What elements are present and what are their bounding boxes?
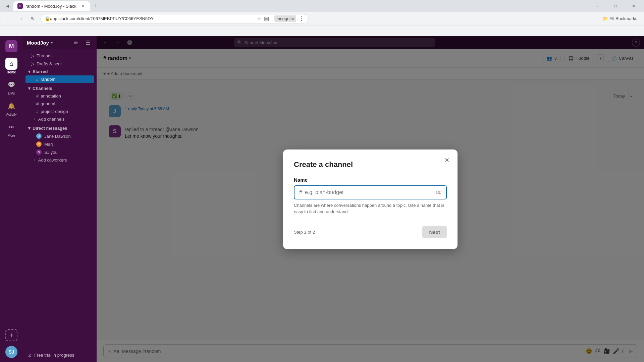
home-label: Home <box>7 70 16 74</box>
sidebar-channel-general[interactable]: # general <box>25 100 94 108</box>
starred-section-header[interactable]: ▾ Starred <box>23 68 97 75</box>
sidebar-item-home[interactable]: ⌂ Home <box>0 56 23 76</box>
more-icon: ••• <box>5 121 17 133</box>
bookmarks-label: All Bookmarks <box>609 16 637 21</box>
dm-section-header[interactable]: ▾ Direct messages <box>23 124 97 132</box>
menu-icon[interactable]: ⋮ <box>299 15 304 22</box>
hash-icon: # <box>36 94 39 99</box>
address-bar[interactable]: 🔒 app.slack.com/client/T067MEBPPUY/C066Y… <box>40 14 309 23</box>
hash-icon-project: # <box>36 109 39 114</box>
compose-button[interactable]: ✏ <box>71 38 80 47</box>
channels-section-header[interactable]: ▾ Channels <box>23 84 97 92</box>
workspace-title: MoodJoy <box>27 40 49 46</box>
back-button[interactable]: ← <box>4 14 13 23</box>
sidebar-channel-project-design[interactable]: # project-design <box>25 108 94 115</box>
sidebar-channel-random[interactable]: # random <box>25 75 94 83</box>
channels-chevron-icon: ▾ <box>28 86 31 91</box>
add-coworkers-item[interactable]: + Add coworkers <box>23 156 97 164</box>
minimize-button[interactable]: ─ <box>590 0 605 12</box>
char-count: 80 <box>436 190 441 195</box>
activity-label: Activity <box>6 113 17 116</box>
tab-close-button[interactable]: ✕ <box>80 3 86 9</box>
forward-button[interactable]: → <box>16 14 25 23</box>
bookmark-star-icon[interactable]: ☆ <box>257 15 261 22</box>
hash-symbol: # <box>299 189 302 195</box>
sj-label: SJ you <box>44 150 58 155</box>
sidebar-dm-marj[interactable]: M Marj <box>25 140 94 148</box>
sidebar-item-drafts[interactable]: ▷ Drafts & sent <box>25 60 94 68</box>
sidebar-dm-jane[interactable]: J Jane Dawson <box>25 132 94 140</box>
channel-name-input[interactable] <box>305 189 434 195</box>
user-avatar[interactable]: SJ <box>5 346 17 358</box>
add-channels-icon: + <box>34 117 36 122</box>
dm-chevron-icon: ▾ <box>28 126 31 131</box>
hash-icon-general: # <box>36 101 39 106</box>
more-label: More <box>8 134 15 137</box>
tab-favicon: S <box>17 3 23 9</box>
activity-icon: 🔔 <box>5 100 17 112</box>
reload-button[interactable]: ↻ <box>28 14 38 23</box>
url-text: app.slack.com/client/T067MEBPPUY/C066YES… <box>50 16 154 21</box>
starred-chevron-icon: ▾ <box>28 69 31 74</box>
filter-button[interactable]: ☰ <box>83 38 93 47</box>
maximize-button[interactable]: □ <box>608 0 623 12</box>
channel-list: ▷ Threads ▷ Drafts & sent ▾ Starred # ra… <box>23 49 97 348</box>
address-bar-icons: ☆ ▤ Incognito ⋮ <box>257 15 304 22</box>
sidebar-toggle-icon[interactable]: ▤ <box>264 15 269 22</box>
starred-section: ▾ Starred # random <box>23 68 97 83</box>
incognito-label: Incognito <box>274 15 296 22</box>
sidebar-item-threads[interactable]: ▷ Threads <box>25 52 94 60</box>
modal-next-button[interactable]: Next <box>422 226 447 238</box>
jane-label: Jane Dawson <box>44 134 71 139</box>
dm-section-label: Direct messages <box>33 126 67 131</box>
marj-label: Marj <box>44 142 53 147</box>
drafts-icon: ▷ <box>31 61 35 66</box>
browser-titlebar: ◀ S random - MoodJoy - Slack ✕ + ─ □ ✕ <box>0 0 644 12</box>
add-channels-label: Add channels <box>38 117 65 122</box>
slack-left-column: M ⌂ Home 💬 DMs 🔔 Activity ••• More + SJ <box>0 36 23 362</box>
dms-label: DMs <box>8 92 15 95</box>
create-channel-modal: ✕ Create a channel Name # 80 Channels ar… <box>283 149 458 249</box>
main-content: ← → 🕐 🔍 Search MoodJoy ? # random ▾ 👥 3 <box>97 36 644 362</box>
window-controls: ─ □ ✕ <box>590 0 641 12</box>
modal-footer: Step 1 of 2 Next <box>294 226 447 238</box>
modal-close-button[interactable]: ✕ <box>441 155 452 166</box>
sidebar-item-activity[interactable]: 🔔 Activity <box>0 98 23 118</box>
jane-avatar: J <box>36 133 42 139</box>
channel-hash-icon: # <box>36 77 39 82</box>
free-trial-bar[interactable]: ⧖ Free trial in progress <box>23 348 97 362</box>
close-button[interactable]: ✕ <box>626 0 641 12</box>
marj-avatar: M <box>36 141 42 147</box>
browser-tab[interactable]: S random - MoodJoy - Slack ✕ <box>13 1 90 11</box>
browser-tab-back[interactable]: ◀ <box>3 1 12 11</box>
sidebar-item-more[interactable]: ••• More <box>0 119 23 139</box>
starred-section-label: Starred <box>33 69 48 74</box>
add-workspace-button[interactable]: + <box>5 329 17 341</box>
free-trial-label: Free trial in progress <box>34 353 74 358</box>
workspace-name-button[interactable]: MoodJoy ▾ <box>27 40 68 46</box>
modal-title: Create a channel <box>294 160 447 169</box>
modal-overlay: ✕ Create a channel Name # 80 Channels ar… <box>97 36 644 362</box>
bookmarks-link[interactable]: 📁 All Bookmarks <box>600 16 640 21</box>
home-icon: ⌂ <box>5 58 17 70</box>
new-tab-button[interactable]: + <box>91 1 101 11</box>
slack-app: M ⌂ Home 💬 DMs 🔔 Activity ••• More + SJ <box>0 36 644 362</box>
sidebar-channel-annotation[interactable]: # annotation <box>25 92 94 100</box>
tab-title: random - MoodJoy - Slack <box>25 4 76 9</box>
channel-random-label: random <box>41 77 55 82</box>
sidebar-topnav: MoodJoy ▾ ✏ ☰ <box>23 36 97 49</box>
bookmarks-bar <box>0 25 644 36</box>
free-trial-icon: ⧖ <box>28 352 32 358</box>
sidebar-dm-sj[interactable]: S SJ you <box>25 148 94 156</box>
workspace-chevron-icon: ▾ <box>51 41 53 45</box>
modal-name-label: Name <box>294 177 447 183</box>
drafts-label: Drafts & sent <box>37 61 62 66</box>
modal-input-container: # 80 <box>294 185 447 199</box>
workspace-avatar[interactable]: M <box>5 40 17 52</box>
channels-section: ▾ Channels # annotation # general # proj… <box>23 84 97 123</box>
add-channels-item[interactable]: + Add channels <box>23 115 97 123</box>
channel-project-label: project-design <box>41 109 68 114</box>
sidebar-item-dms[interactable]: 💬 DMs <box>0 77 23 97</box>
browser-navbar: ← → ↻ 🔒 app.slack.com/client/T067MEBPPUY… <box>0 12 644 25</box>
channel-general-label: general <box>41 101 55 106</box>
